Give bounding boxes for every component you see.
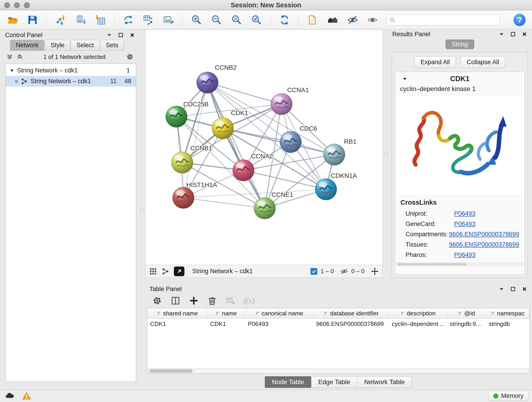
tab-network[interactable]: Network <box>10 40 44 51</box>
window-zoom-button[interactable] <box>24 2 30 8</box>
table-cell[interactable]: cyclin–dependent ... <box>389 319 447 329</box>
memory-button[interactable]: Memory <box>488 391 528 401</box>
tab-edge-table[interactable]: Edge Table <box>311 376 357 388</box>
import-table-file-button[interactable] <box>94 14 107 26</box>
column-header[interactable]: name <box>207 308 245 318</box>
network-node-ccna1[interactable] <box>271 93 292 115</box>
zoom-selected-button[interactable] <box>250 14 263 26</box>
table-horizontal-scrollbar[interactable] <box>147 368 530 373</box>
network-node-hist1h1a[interactable] <box>172 187 194 209</box>
disclosure-triangle-icon[interactable] <box>9 68 14 73</box>
network-node-rb1[interactable] <box>323 144 345 166</box>
scrollbar-thumb[interactable] <box>149 369 193 373</box>
help-button[interactable]: ? <box>513 14 526 26</box>
table-cell[interactable]: P06493 <box>245 319 313 329</box>
search-input[interactable] <box>398 16 497 23</box>
expand-all-button[interactable]: Expand All <box>414 56 456 68</box>
network-node-cdk1[interactable] <box>212 118 234 139</box>
new-table-button[interactable] <box>143 14 155 26</box>
crosslink-link[interactable]: P06493 <box>454 220 475 228</box>
network-node-cdc6[interactable] <box>280 131 302 153</box>
network-canvas[interactable]: CCNB2CCNA1CDC25BCDK1CDC6RB1CCNB1CCNA2CDK… <box>146 30 382 265</box>
column-header[interactable]: @id <box>447 308 486 318</box>
network-node-ccne1[interactable] <box>254 198 275 219</box>
hide-graphics-button[interactable] <box>346 14 359 26</box>
right-splitter-grip[interactable] <box>384 152 388 156</box>
window-minimize-button[interactable] <box>14 2 20 8</box>
expand-all-icon[interactable] <box>17 54 23 60</box>
warnings-button[interactable] <box>21 391 32 401</box>
network-node-ccnb2[interactable] <box>196 72 218 93</box>
export-image-button[interactable] <box>162 14 175 26</box>
new-network-button[interactable] <box>122 14 134 26</box>
network-node-ccnb1[interactable] <box>171 152 193 173</box>
network-edge[interactable] <box>183 198 265 208</box>
close-icon[interactable] <box>521 31 527 37</box>
left-splitter-grip[interactable] <box>140 209 144 212</box>
delete-column-icon[interactable] <box>207 296 217 306</box>
column-header[interactable]: shared name <box>147 308 207 318</box>
close-icon[interactable] <box>521 286 527 292</box>
network-edge[interactable] <box>207 83 265 208</box>
table-cell[interactable]: stringdb:9... <box>447 319 486 329</box>
tab-string[interactable]: String <box>445 39 475 49</box>
zoom-out-button[interactable] <box>210 14 223 26</box>
tab-select[interactable]: Select <box>71 40 99 51</box>
tab-network-table[interactable]: Network Table <box>357 376 412 388</box>
share-view-icon[interactable] <box>162 268 169 275</box>
network-edge[interactable] <box>207 83 281 104</box>
show-graphics-button[interactable] <box>367 14 379 26</box>
open-session-button[interactable] <box>6 14 19 26</box>
crosslink-link[interactable]: 9606.ENSP00000378699 <box>449 241 519 248</box>
show-columns-icon[interactable] <box>171 296 181 306</box>
tab-node-table[interactable]: Node Table <box>265 376 311 388</box>
collapse-all-button[interactable]: Collapse All <box>461 56 505 68</box>
network-edge[interactable] <box>183 83 207 198</box>
horizontal-splitter-grip[interactable] <box>341 280 345 283</box>
table-cell[interactable]: CDK1 <box>207 319 245 329</box>
column-header[interactable]: description <box>389 308 447 318</box>
float-window-icon[interactable] <box>510 286 516 292</box>
column-header[interactable]: namespac <box>486 308 530 318</box>
chevron-down-icon[interactable] <box>499 31 505 37</box>
table-row[interactable]: CDK1CDK1P064939606.ENSP00000378699cyclin… <box>147 319 530 329</box>
pan-move-icon[interactable] <box>371 268 379 275</box>
column-header[interactable]: canonical name <box>245 308 313 318</box>
tab-style[interactable]: Style <box>45 40 70 51</box>
table-cell[interactable]: CDK1 <box>147 319 207 329</box>
crosslink-link[interactable]: P06493 <box>454 210 475 217</box>
network-collection-row[interactable]: String Network – cdk1 1 <box>6 65 136 76</box>
results-horizontal-scrollbar[interactable] <box>396 262 523 266</box>
crosslink-link[interactable]: P06493 <box>454 251 475 259</box>
protein-card-header[interactable]: CDK1 <box>395 72 525 83</box>
close-icon[interactable] <box>129 32 135 38</box>
network-node-cdc25b[interactable] <box>166 106 187 128</box>
float-window-icon[interactable] <box>510 31 516 37</box>
grid-view-icon[interactable] <box>149 268 157 275</box>
collapse-all-icon[interactable] <box>6 54 13 60</box>
zoom-in-button[interactable] <box>190 14 203 26</box>
annotation-button[interactable] <box>307 14 319 26</box>
network-row[interactable]: String Network – cdk1 11 48 <box>6 76 136 87</box>
network-view[interactable]: CCNB2CCNA1CDC25BCDK1CDC6RB1CCNB1CCNA2CDK… <box>145 29 383 265</box>
save-session-button[interactable] <box>26 14 38 26</box>
float-window-icon[interactable] <box>118 32 124 38</box>
network-node-ccna2[interactable] <box>233 160 254 181</box>
cloud-status-button[interactable] <box>4 391 16 401</box>
zoom-fit-button[interactable] <box>230 14 243 26</box>
table-cell[interactable]: 9606.ENSP00000378699 <box>313 319 389 329</box>
import-network-database-button[interactable] <box>75 14 87 26</box>
birdseye-home-button[interactable] <box>326 14 339 26</box>
network-edge[interactable] <box>223 128 334 155</box>
add-column-icon[interactable] <box>189 296 199 306</box>
birdseye-toggle-button[interactable] <box>174 267 184 276</box>
table-cell[interactable]: stringdb <box>486 319 530 329</box>
network-node-cdkn1a[interactable] <box>315 179 337 200</box>
chevron-down-icon[interactable] <box>499 286 505 292</box>
table-options-gear-icon[interactable] <box>152 296 162 306</box>
chevron-down-icon[interactable] <box>402 76 408 82</box>
chevron-down-icon[interactable] <box>106 32 112 38</box>
selected-indicator-checkbox[interactable] <box>310 268 317 275</box>
window-close-button[interactable] <box>4 2 10 8</box>
column-header[interactable]: database identifier <box>313 308 389 318</box>
